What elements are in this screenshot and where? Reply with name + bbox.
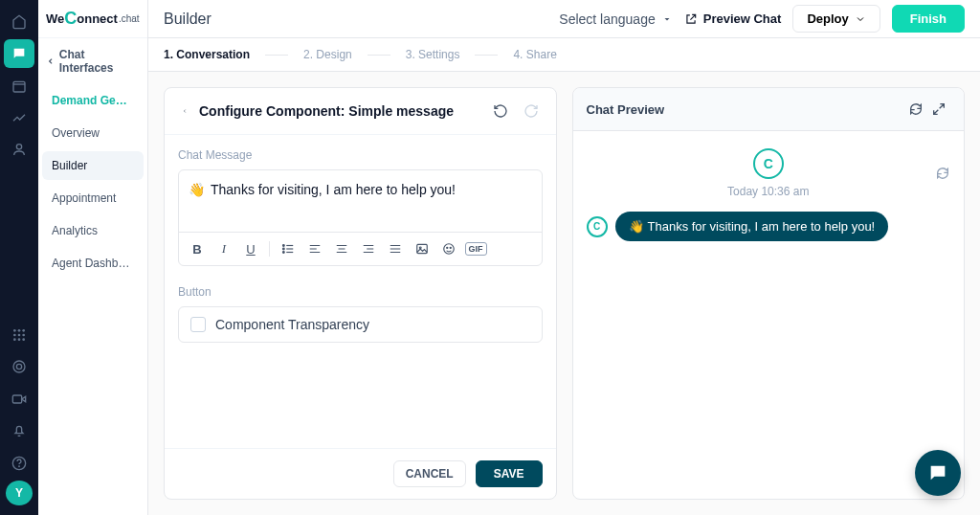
align-justify-button[interactable] [385, 238, 406, 259]
preview-header: Chat Preview [573, 88, 965, 131]
logo-c: C [64, 9, 77, 29]
preview-body: C Today 10:36 am C 👋Thanks for visiting,… [573, 131, 965, 499]
bot-logo: C [753, 148, 784, 179]
user-avatar[interactable]: Y [6, 481, 33, 505]
chat-icon [927, 462, 948, 483]
language-selector[interactable]: Select language [559, 11, 672, 27]
preview-title: Chat Preview [587, 102, 665, 117]
svg-point-17 [282, 248, 284, 250]
message-input[interactable]: 👋 Thanks for visiting, I am here to help… [179, 170, 542, 232]
message-text: Thanks for visiting, I am here to help y… [211, 182, 456, 197]
sidebar-item-demand[interactable]: Demand Generati... [42, 86, 144, 115]
configure-body: Chat Message 👋 Thanks for visiting, I am… [165, 135, 556, 448]
rail-bell-icon[interactable] [4, 416, 34, 444]
svg-point-3 [18, 329, 21, 332]
svg-point-5 [13, 333, 16, 336]
align-right-button[interactable] [358, 238, 379, 259]
svg-point-21 [444, 244, 455, 255]
align-center-button[interactable] [331, 238, 352, 259]
sidebar-item-agent[interactable]: Agent Dashboard [42, 249, 144, 278]
transparency-label: Component Transparency [215, 317, 369, 332]
finish-button[interactable]: Finish [892, 5, 965, 33]
sidebar-item-overview[interactable]: Overview [42, 119, 144, 147]
align-left-button[interactable] [304, 238, 325, 259]
message-row: C 👋Thanks for visiting, I am here to hel… [587, 212, 951, 241]
emoji-button[interactable] [438, 238, 459, 259]
svg-rect-0 [13, 81, 25, 92]
deploy-label: Deploy [807, 11, 848, 26]
save-button[interactable]: SAVE [476, 460, 543, 487]
configure-title: Configure Component: Simple message [199, 103, 454, 119]
svg-point-8 [13, 338, 16, 341]
button-section-label: Button [178, 285, 543, 299]
rail-target-icon[interactable] [4, 353, 34, 381]
message-editor: 👋 Thanks for visiting, I am here to help… [178, 169, 543, 266]
step-settings[interactable]: 3. Settings [406, 48, 460, 61]
page-title: Builder [164, 11, 212, 28]
transparency-row[interactable]: Component Transparency [178, 306, 543, 343]
sidebar-item-analytics[interactable]: Analytics [42, 216, 144, 245]
back-icon[interactable] [178, 104, 191, 118]
svg-point-6 [18, 333, 21, 336]
dropdown-icon [661, 13, 673, 25]
chat-message-label: Chat Message [178, 148, 543, 162]
svg-point-15 [19, 466, 20, 467]
bold-button[interactable]: B [187, 238, 208, 259]
rail-help-icon[interactable] [4, 449, 34, 477]
gif-button[interactable]: GIF [465, 238, 486, 259]
preview-panel: Chat Preview C Today 10:36 am C 👋Thanks … [572, 87, 966, 500]
message-emoji: 👋 [189, 182, 205, 197]
chevron-down-icon [855, 13, 866, 25]
svg-point-10 [22, 338, 25, 341]
sidebar: WeConnect.chat Chat Interfaces Demand Ge… [38, 0, 148, 515]
preview-chat-link[interactable]: Preview Chat [684, 11, 782, 26]
svg-point-11 [13, 361, 25, 372]
chevron-left-icon [46, 56, 56, 66]
transparency-checkbox[interactable] [190, 317, 206, 332]
logo-tag: .chat [119, 13, 140, 24]
redo-button[interactable] [520, 100, 543, 123]
rail-video-icon[interactable] [4, 385, 34, 413]
rail-user-icon[interactable] [4, 136, 34, 164]
sidebar-header-label: Chat Interfaces [59, 48, 140, 75]
rail-analytics-icon[interactable] [4, 103, 34, 131]
italic-button[interactable]: I [213, 238, 234, 259]
rail-apps-icon[interactable] [4, 321, 34, 348]
underline-button[interactable]: U [240, 238, 261, 259]
undo-button[interactable] [489, 100, 512, 123]
rail-home-icon[interactable] [4, 8, 34, 35]
refresh-float-button[interactable] [935, 166, 950, 181]
cancel-button[interactable]: CANCEL [393, 460, 466, 487]
chat-fab[interactable] [915, 450, 961, 496]
sidebar-item-appointment[interactable]: Appointment [42, 184, 144, 213]
svg-rect-19 [417, 244, 428, 253]
editor-toolbar: B I U GIF [179, 232, 542, 265]
svg-point-23 [450, 247, 451, 248]
bullet-list-button[interactable] [278, 238, 299, 259]
configure-header: Configure Component: Simple message [165, 88, 556, 135]
refresh-preview-button[interactable] [904, 98, 927, 121]
message-bubble: 👋Thanks for visiting, I am here to help … [615, 212, 889, 241]
logo-post: onnect [77, 11, 118, 26]
icon-rail: Y [0, 0, 38, 515]
image-button[interactable] [412, 238, 433, 259]
logo-pre: We [46, 11, 64, 26]
step-share[interactable]: 4. Share [513, 48, 556, 61]
rail-chat-icon[interactable] [4, 39, 34, 67]
sidebar-item-builder[interactable]: Builder [42, 151, 144, 180]
svg-point-12 [16, 365, 21, 369]
workspace: Configure Component: Simple message Chat… [148, 72, 980, 515]
language-label: Select language [559, 11, 655, 27]
expand-preview-button[interactable] [927, 98, 950, 121]
step-conversation[interactable]: 1. Conversation [164, 48, 250, 61]
svg-point-18 [282, 252, 284, 254]
main: Builder Select language Preview Chat Dep… [148, 0, 980, 515]
rail-calendar-icon[interactable] [4, 72, 34, 100]
svg-point-2 [13, 329, 16, 332]
svg-rect-13 [12, 395, 21, 403]
sidebar-header[interactable]: Chat Interfaces [38, 38, 147, 84]
stepper: 1. Conversation 2. Design 3. Settings 4.… [148, 38, 980, 72]
deploy-button[interactable]: Deploy [792, 5, 880, 33]
step-design[interactable]: 2. Design [303, 48, 352, 61]
svg-point-1 [16, 145, 21, 149]
